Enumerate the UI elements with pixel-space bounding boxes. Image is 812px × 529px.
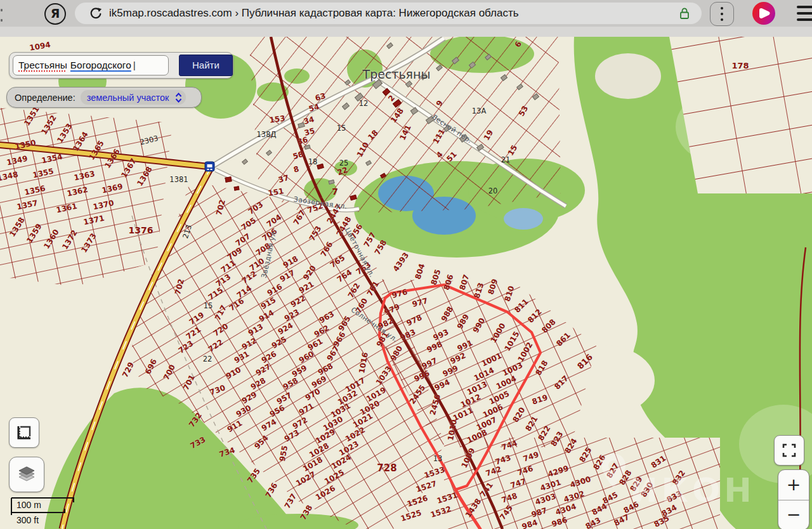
filter-select[interactable]: земельный участок bbox=[81, 90, 187, 105]
address-label: 22 bbox=[203, 355, 213, 363]
address-label: 138Д bbox=[257, 130, 277, 139]
reload-icon[interactable] bbox=[89, 6, 103, 20]
kebab-menu-button[interactable] bbox=[710, 2, 734, 26]
parcel-label: 1376 bbox=[129, 225, 154, 235]
browser-window: Я ik5map.roscadastres.com › Публичная ка… bbox=[0, 0, 812, 529]
filter-value: земельный участок bbox=[87, 93, 169, 103]
address-label: 20 bbox=[488, 186, 498, 195]
layers-button[interactable] bbox=[9, 457, 44, 492]
map-canvas[interactable] bbox=[0, 37, 812, 529]
town-label: Трестьяны bbox=[363, 67, 431, 81]
building bbox=[225, 176, 232, 183]
scale-bar: 100 m 300 ft bbox=[9, 495, 82, 528]
ruler-icon bbox=[15, 424, 33, 441]
find-button[interactable]: Найти bbox=[179, 55, 233, 76]
window-edge-dots bbox=[0, 0, 5, 27]
address-label: 15 bbox=[204, 301, 213, 310]
measure-button[interactable] bbox=[9, 417, 39, 448]
lock-icon bbox=[679, 6, 690, 20]
zoom-control: + − bbox=[778, 469, 809, 529]
search-word-1: Трестьяны bbox=[18, 60, 67, 71]
map-viewport[interactable]: 1094135113521353136413651366136713681350… bbox=[0, 37, 812, 529]
filter-label: Определение: bbox=[15, 93, 75, 103]
address-label: 13 bbox=[433, 454, 443, 463]
alice-logo[interactable] bbox=[752, 2, 775, 25]
hamburger-menu-icon[interactable] bbox=[797, 6, 812, 21]
scale-label-metric: 100 m bbox=[16, 500, 41, 510]
zoom-in-button[interactable]: + bbox=[778, 470, 809, 500]
address-label: 12 bbox=[359, 99, 369, 108]
address-bar[interactable]: ik5map.roscadastres.com › Публичная када… bbox=[75, 3, 702, 24]
toolbar-strip bbox=[0, 27, 812, 37]
address-label: 1381 bbox=[169, 175, 188, 184]
search-panel: Трестьяны Богородского | Найти bbox=[9, 52, 233, 79]
bus-stop-icon bbox=[205, 162, 214, 171]
scale-label-imperial: 300 ft bbox=[16, 515, 39, 525]
parcel-label: 728 bbox=[377, 462, 396, 474]
address-label: 15 bbox=[337, 124, 346, 133]
select-arrows-icon bbox=[175, 93, 182, 103]
yandex-logo[interactable]: Я bbox=[44, 3, 66, 25]
fullscreen-icon bbox=[782, 443, 796, 457]
browser-toolbar: Я ik5map.roscadastres.com › Публичная ка… bbox=[0, 0, 812, 27]
search-input[interactable]: Трестьяны Богородского | bbox=[13, 55, 169, 75]
alice-triangle-icon bbox=[752, 2, 775, 25]
address-label: 13А bbox=[472, 107, 487, 115]
zoom-out-button[interactable]: − bbox=[778, 500, 809, 529]
address-label: 21 bbox=[501, 155, 511, 164]
text-caret: | bbox=[133, 60, 136, 71]
parcel-label: 178 bbox=[731, 61, 749, 70]
fullscreen-button[interactable] bbox=[774, 435, 804, 466]
url-text: ik5map.roscadastres.com › Публичная када… bbox=[109, 7, 679, 20]
parcel-label: 7 bbox=[332, 186, 338, 197]
layers-icon bbox=[16, 464, 37, 485]
filter-panel: Определение: земельный участок bbox=[6, 87, 202, 108]
search-word-2: Богородского bbox=[70, 60, 131, 71]
address-label: 18 bbox=[308, 157, 318, 166]
